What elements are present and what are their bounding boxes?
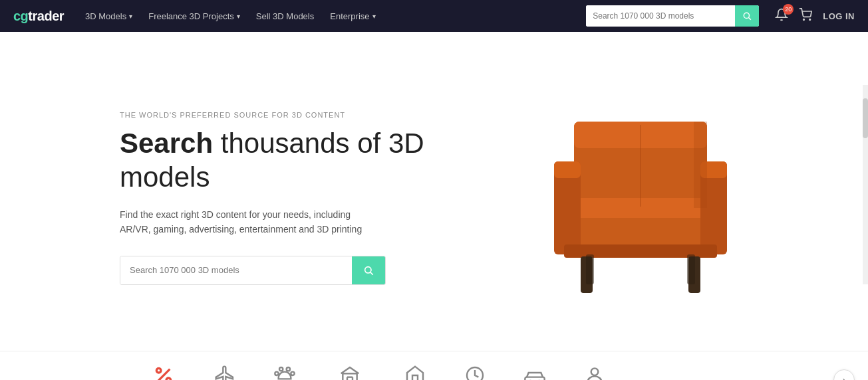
nav-search-input[interactable] xyxy=(586,5,735,27)
svg-rect-18 xyxy=(687,254,695,284)
interior-icon xyxy=(464,363,486,380)
svg-rect-20 xyxy=(694,122,707,208)
logo[interactable]: cgtrader xyxy=(13,9,64,24)
hero-section: THE WORLD'S PREFERRED SOURCE FOR 3D CONT… xyxy=(0,32,868,351)
nav-search-bar xyxy=(586,5,759,27)
nav-search-button[interactable] xyxy=(735,5,759,27)
chair-illustration xyxy=(534,95,747,301)
category-item-interior[interactable]: Interior xyxy=(445,358,505,380)
category-item-aircraft[interactable]: Aircraft xyxy=(195,358,255,380)
hero-title: Search thousands of 3Dmodels xyxy=(120,127,452,194)
category-item-car[interactable]: Car xyxy=(505,358,565,380)
category-next-arrow[interactable]: › xyxy=(833,369,855,380)
svg-point-4 xyxy=(365,266,371,272)
hero-search-button[interactable] xyxy=(352,256,385,284)
category-item-discounts[interactable]: Discounts xyxy=(133,358,195,380)
hero-title-bold: Search xyxy=(120,128,213,159)
discounts-icon xyxy=(153,363,174,380)
car-icon xyxy=(524,363,545,380)
exterior-icon xyxy=(404,363,426,380)
hero-search-bar xyxy=(120,256,386,285)
svg-rect-29 xyxy=(525,377,545,380)
category-bar: Discounts Aircraft Animals Architectural… xyxy=(0,351,868,380)
characters-icon xyxy=(584,363,605,380)
animals-icon xyxy=(274,363,295,380)
aircraft-icon xyxy=(214,363,235,380)
svg-line-1 xyxy=(749,18,751,20)
chevron-down-icon: ▾ xyxy=(129,13,132,20)
nav-freelance[interactable]: Freelance 3D Projects ▾ xyxy=(148,11,240,21)
hero-search-input[interactable] xyxy=(120,256,352,284)
svg-rect-17 xyxy=(586,254,594,284)
svg-point-2 xyxy=(803,19,805,20)
category-bar-inner: Discounts Aircraft Animals Architectural… xyxy=(0,358,625,380)
svg-line-5 xyxy=(370,272,373,275)
category-item-architectural[interactable]: Architectural xyxy=(315,358,386,380)
category-item-exterior[interactable]: Exterior xyxy=(385,358,445,380)
nav-sell[interactable]: Sell 3D Models xyxy=(256,11,314,21)
category-item-characters[interactable]: Char... xyxy=(565,358,625,380)
navbar: cgtrader 3D Models ▾ Freelance 3D Projec… xyxy=(0,0,868,32)
svg-point-22 xyxy=(157,368,162,373)
chevron-down-icon: ▾ xyxy=(372,13,376,20)
svg-rect-11 xyxy=(554,161,581,178)
hero-image xyxy=(452,95,828,301)
nav-enterprise[interactable]: Enterprise ▾ xyxy=(330,11,375,21)
scrollbar[interactable] xyxy=(863,85,868,284)
svg-point-32 xyxy=(591,368,599,375)
chevron-down-icon: ▾ xyxy=(237,13,240,20)
notification-badge: 20 xyxy=(783,4,794,15)
hero-subtitle: THE WORLD'S PREFERRED SOURCE FOR 3D CONT… xyxy=(120,111,452,119)
scroll-thumb xyxy=(863,98,868,138)
cart-button[interactable] xyxy=(799,8,812,25)
nav-icons: 20 LOG IN xyxy=(775,8,855,25)
hero-description: Find the exact right 3D content for your… xyxy=(120,207,372,237)
category-item-animals[interactable]: Animals xyxy=(255,358,315,380)
nav-3d-models[interactable]: 3D Models ▾ xyxy=(85,11,132,21)
login-button[interactable]: LOG IN xyxy=(823,11,855,21)
svg-point-3 xyxy=(809,19,811,20)
svg-point-0 xyxy=(744,13,750,18)
logo-trader: trader xyxy=(28,9,64,23)
architectural-icon xyxy=(339,363,361,380)
hero-text: THE WORLD'S PREFERRED SOURCE FOR 3D CONT… xyxy=(120,111,452,285)
notifications-button[interactable]: 20 xyxy=(775,8,788,25)
logo-cg: cg xyxy=(13,9,28,23)
